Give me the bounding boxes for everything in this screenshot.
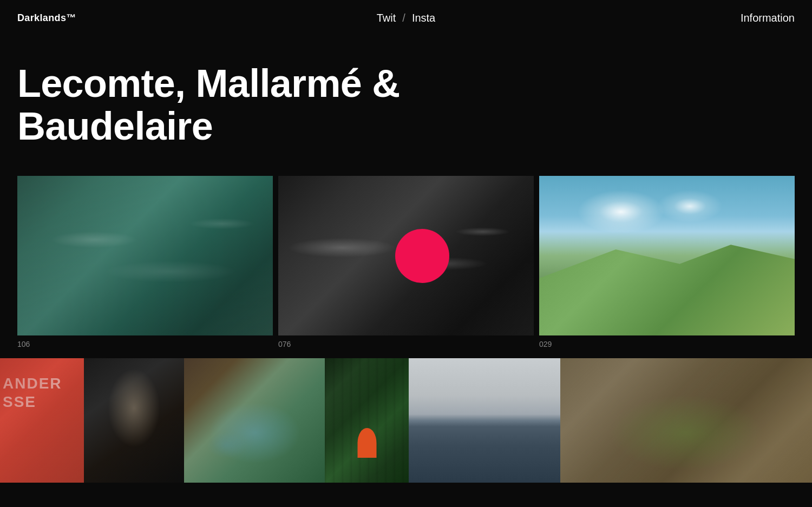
- gallery-bottom-3[interactable]: [184, 358, 325, 483]
- gallery-bottom-row: [0, 348, 812, 483]
- gallery-image-3: [539, 176, 795, 335]
- gallery-bottom-4[interactable]: [325, 358, 409, 483]
- gallery-item-2[interactable]: 076: [278, 176, 534, 348]
- gallery-bottom-image-4: [325, 358, 409, 483]
- nav-insta-link[interactable]: Insta: [412, 12, 435, 24]
- gallery-number-3: 029: [539, 335, 795, 348]
- gallery-item-3[interactable]: 029: [539, 176, 795, 348]
- gallery-bottom-image-3: [184, 358, 325, 483]
- gallery-number-1: 106: [17, 335, 273, 348]
- nav-separator: /: [402, 12, 405, 24]
- nav-twit-link[interactable]: Twit: [377, 12, 396, 24]
- gallery-bottom-5[interactable]: [409, 358, 560, 483]
- gallery-bottom-image-2: [84, 358, 184, 483]
- gallery-bottom-2[interactable]: [84, 358, 184, 483]
- gallery-image-1: [17, 176, 273, 335]
- nav-info-link[interactable]: Information: [741, 12, 795, 24]
- gallery-number-2: 076: [278, 335, 534, 348]
- hero-title: Lecomte, Mallarmé & Baudelaire: [17, 62, 795, 148]
- gallery-bottom-1[interactable]: [0, 358, 84, 483]
- red-circle-overlay: [395, 229, 449, 283]
- gallery-bottom-image-1: [0, 358, 84, 483]
- site-header: Darklands™ Twit / Insta Information: [0, 0, 812, 36]
- gallery-bottom-6[interactable]: [560, 358, 812, 483]
- gallery-bottom-image-5: [409, 358, 560, 483]
- gallery-top-row: 106 076 029: [0, 176, 812, 348]
- nav-center: Twit / Insta: [377, 12, 435, 24]
- hero-section: Lecomte, Mallarmé & Baudelaire: [0, 36, 812, 176]
- gallery-item-1[interactable]: 106: [17, 176, 273, 348]
- gallery-bottom-image-6: [560, 358, 812, 483]
- gallery-image-2: [278, 176, 534, 335]
- site-logo[interactable]: Darklands™: [17, 12, 76, 24]
